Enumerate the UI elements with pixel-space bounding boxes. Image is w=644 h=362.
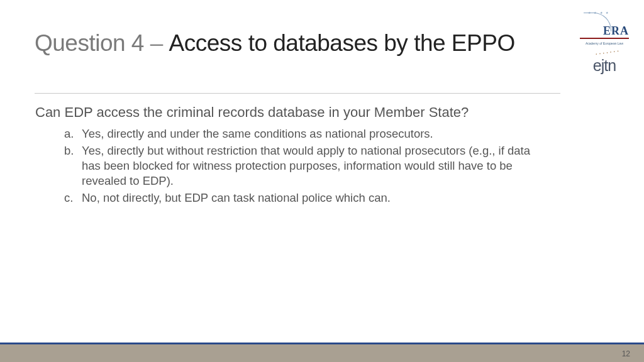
footer-bar: 12	[0, 344, 644, 362]
page-number: 12	[622, 349, 630, 358]
era-logo-text: ERA	[603, 25, 629, 38]
ejtn-dots-icon	[596, 50, 626, 57]
option-marker: b.	[64, 143, 82, 188]
list-item: b. Yes, directly but without restriction…	[64, 143, 557, 188]
question-text: Can EDP access the criminal records data…	[35, 104, 557, 121]
list-item: a. Yes, directly and under the same cond…	[64, 126, 557, 141]
list-item: c. No, not directly, but EDP can task na…	[64, 190, 557, 206]
logo-block: ERA Academy of European Law ejtn	[577, 13, 631, 75]
option-text: Yes, directly but without restriction th…	[82, 143, 557, 188]
title-prefix: Question 4	[35, 30, 144, 56]
era-logo: ERA Academy of European Law	[580, 13, 629, 45]
option-text: Yes, directly and under the same conditi…	[82, 126, 557, 141]
slide-title: Question 4 – Access to databases by the …	[35, 30, 557, 57]
title-dash: –	[144, 30, 169, 56]
ejtn-logo: ejtn	[593, 50, 616, 75]
option-marker: c.	[64, 190, 82, 206]
option-marker: a.	[64, 126, 82, 141]
title-divider	[35, 93, 560, 94]
ejtn-logo-text: ejtn	[593, 57, 616, 74]
era-subtitle: Academy of European Law	[580, 41, 629, 45]
options-list: a. Yes, directly and under the same cond…	[35, 126, 557, 206]
option-text: No, not directly, but EDP can task natio…	[82, 190, 557, 206]
slide: Question 4 – Access to databases by the …	[0, 0, 644, 362]
body-content: Can EDP access the criminal records data…	[35, 104, 557, 208]
title-block: Question 4 – Access to databases by the …	[35, 30, 557, 63]
title-main: Access to databases by the EPPO	[169, 30, 515, 56]
era-underline	[580, 38, 629, 39]
